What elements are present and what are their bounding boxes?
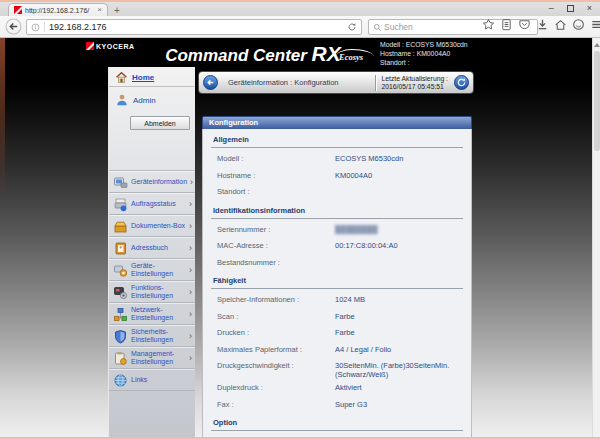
bookmarks-icon[interactable] (500, 18, 513, 31)
home-toolbar-icon[interactable] (554, 18, 567, 31)
section-title: Fähigkeit (213, 276, 461, 285)
menu-icon[interactable] (590, 18, 600, 31)
sidebar-item-label: Geräteinformation (131, 178, 187, 186)
page-scrollbar[interactable] (592, 38, 600, 439)
config-row: Drucken :Farbe (203, 324, 471, 341)
sidebar-item-label: Links (131, 376, 193, 384)
background-vignette (0, 38, 5, 198)
sidebar-item-address-book[interactable]: Adressbuch› (109, 237, 195, 259)
section-title: Identifikationsinformation (213, 206, 461, 215)
config-row: Standort : (203, 183, 471, 200)
row-label: Scan : (217, 308, 335, 321)
home-icon (115, 71, 128, 84)
device-summary-line: Modell : ECOSYS M6530cdn (380, 40, 468, 49)
toolbar-action-icons (482, 18, 600, 31)
sidebar-menu: Geräteinformation›Auftragsstatus›Dokumen… (109, 171, 195, 391)
home-link[interactable]: Home (132, 73, 154, 82)
row-label: Hostname : (217, 167, 335, 180)
new-tab-button[interactable]: + (114, 5, 120, 16)
row-value (335, 254, 461, 258)
browser-window: http://192.168.2.176/ × + – × 192.168.2.… (0, 0, 600, 439)
config-row: Seriennummer :████████ (203, 221, 471, 238)
page-viewport: KYOCERA Command Center RX Ecosys Modell … (0, 38, 592, 439)
section-title: Allgemein (213, 135, 461, 144)
config-section: FähigkeitSpeicher-Informationen :1024 MB… (203, 276, 471, 412)
kyocera-favicon (14, 6, 22, 14)
search-icon (373, 23, 382, 32)
minimize-button[interactable]: – (549, 3, 554, 13)
row-value: 1024 MB (335, 291, 461, 304)
chevron-right-icon: › (189, 331, 193, 341)
config-section: OptionPapierzufuhr :Nicht installiertCar… (203, 418, 471, 439)
reload-icon[interactable] (347, 22, 357, 32)
row-label: Duplexdruck : (217, 379, 335, 392)
config-row: Duplexdruck :Aktiviert (203, 379, 471, 396)
address-bar[interactable]: 192.168.2.176 (26, 19, 362, 35)
content-toolbar: Geräteinformation : Konfiguration Letzte… (198, 71, 474, 94)
sidebar-item-security-settings[interactable]: Sicherheits- Einstellungen› (109, 325, 195, 347)
sidebar-item-management-settings[interactable]: Management- Einstellungen› (109, 347, 195, 369)
window-close-button[interactable]: × (587, 3, 592, 13)
row-value (335, 183, 461, 187)
download-icon[interactable] (536, 18, 549, 31)
back-button[interactable] (5, 18, 22, 35)
sidebar-item-function-settings[interactable]: Funktions- Einstellungen› (109, 281, 195, 303)
url-text[interactable]: 192.168.2.176 (49, 22, 347, 32)
sidebar-item-label: Netzwerk- Einstellungen (131, 306, 186, 322)
row-value: A4 / Legal / Folio (335, 341, 461, 354)
management-settings-icon (113, 351, 128, 366)
browser-tab[interactable]: http://192.168.2.176/ × (8, 3, 108, 16)
site-info-icon[interactable] (31, 23, 40, 32)
configuration-panel: AllgemeinModell :ECOSYS M6530cdnHostname… (202, 129, 472, 439)
row-label: Fax : (217, 396, 335, 409)
links-icon (113, 373, 128, 388)
hello-icon[interactable] (572, 18, 585, 31)
row-value: Aktiviert (335, 379, 461, 392)
chevron-right-icon: › (190, 177, 194, 187)
sidebar-home[interactable]: Home (109, 67, 195, 87)
sidebar-item-device-info[interactable]: Geräteinformation› (109, 171, 195, 193)
logout-button[interactable]: Abmelden (130, 116, 190, 130)
bookmark-star-icon[interactable] (482, 18, 495, 31)
sidebar-item-label: Adressbuch (131, 244, 186, 252)
document-box-icon (113, 219, 128, 234)
sidebar-item-document-box[interactable]: Dokumenten-Box› (109, 215, 195, 237)
kyocera-logo-icon (86, 42, 94, 50)
device-summary: Modell : ECOSYS M6530cdnHostname : KM000… (380, 40, 468, 67)
row-label: Standort : (217, 183, 335, 196)
tab-close-icon[interactable]: × (97, 6, 102, 14)
refresh-button[interactable] (454, 75, 469, 90)
config-row: Druckgeschwindigkeit :30SeitenMin. (Farb… (203, 357, 471, 379)
row-label: MAC-Adresse : (217, 237, 335, 250)
sidebar-item-device-settings[interactable]: Geräte- Einstellungen› (109, 259, 195, 281)
window-top-edge (0, 0, 600, 2)
chevron-right-icon: › (189, 309, 193, 319)
row-label: Bestandsnummer : (217, 254, 335, 267)
row-value: Farbe (335, 324, 461, 337)
sidebar-item-label: Management- Einstellungen (131, 350, 186, 366)
device-summary-line: Standort : (380, 58, 468, 67)
row-label: Seriennummer : (217, 221, 335, 234)
sidebar-item-links[interactable]: Links (109, 369, 195, 391)
maximize-button[interactable] (567, 5, 574, 12)
sidebar: Home Admin Abmelden Geräteinformation›Au… (108, 67, 195, 439)
ecosys-logo: Ecosys (336, 49, 374, 65)
sidebar-item-job-status[interactable]: Auftragsstatus› (109, 193, 195, 215)
config-row: Hostname :KM0004A0 (203, 167, 471, 184)
security-settings-icon (113, 329, 128, 344)
scrollbar-thumb[interactable] (594, 51, 600, 151)
page-back-button[interactable] (203, 75, 218, 90)
sidebar-item-network-settings[interactable]: Netzwerk- Einstellungen› (109, 303, 195, 325)
scroll-up-arrow-icon[interactable] (594, 43, 600, 47)
config-row: MAC-Adresse :00:17:C8:00:04:A0 (203, 237, 471, 254)
config-row: Speicher-Informationen :1024 MB (203, 291, 471, 308)
function-settings-icon (113, 285, 128, 300)
row-value-redacted: ████████ (335, 221, 461, 234)
chevron-right-icon: › (189, 353, 193, 363)
row-value: Super G3 (335, 396, 461, 409)
user-name: Admin (133, 96, 156, 105)
panel-title: Konfiguration (202, 116, 472, 129)
pocket-icon[interactable] (518, 18, 531, 31)
sidebar-item-label: Dokumenten-Box (131, 222, 186, 230)
row-label: Drucken : (217, 324, 335, 337)
